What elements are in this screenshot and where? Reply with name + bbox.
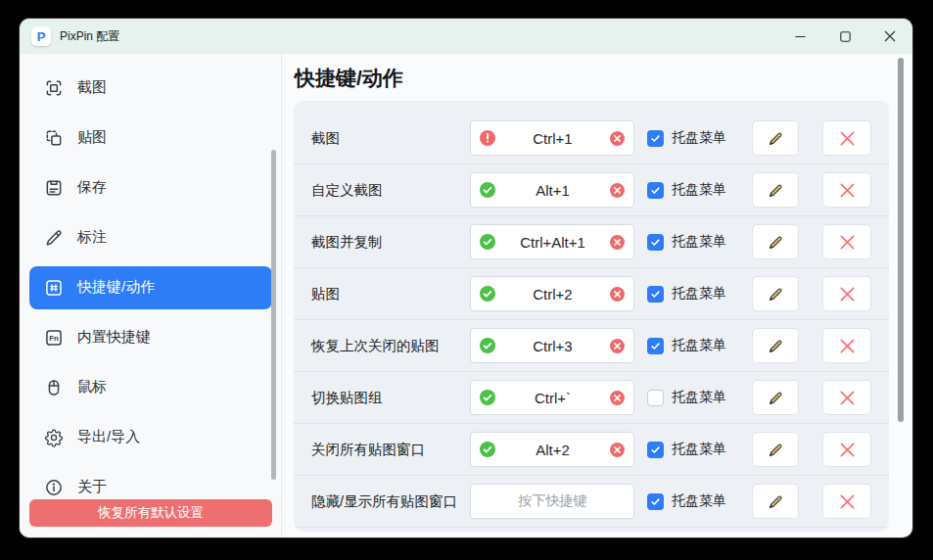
about-icon — [44, 478, 64, 497]
hotkey-value: Alt+1 — [495, 182, 610, 199]
clear-hotkey-icon[interactable] — [610, 391, 625, 405]
hotkey-input[interactable]: Alt+1 — [470, 172, 634, 208]
sidebar-scrollbar[interactable] — [271, 150, 276, 480]
delete-hotkey-button[interactable] — [822, 380, 871, 415]
clear-hotkey-icon[interactable] — [610, 235, 625, 250]
hotkey-input[interactable]: Ctrl+Alt+1 — [470, 224, 634, 259]
delete-hotkey-button[interactable] — [822, 432, 871, 467]
save-icon — [44, 178, 64, 198]
pixpin-logo-icon: P — [31, 26, 51, 46]
tray-menu-label: 托盘菜单 — [672, 129, 726, 147]
tray-menu-checkbox[interactable] — [647, 130, 664, 147]
clear-hotkey-icon[interactable] — [610, 443, 625, 457]
tray-menu-checkbox[interactable] — [647, 182, 664, 199]
minimize-button[interactable] — [777, 19, 822, 54]
delete-x-icon — [839, 390, 856, 406]
pencil-icon — [768, 390, 784, 406]
tray-menu-label: 托盘菜单 — [672, 492, 726, 510]
close-button[interactable] — [867, 19, 912, 54]
maximize-icon — [840, 31, 851, 42]
edit-hotkey-button[interactable] — [752, 172, 799, 208]
maximize-button[interactable] — [822, 19, 867, 54]
tray-menu-checkbox[interactable] — [647, 390, 664, 406]
delete-x-icon — [839, 493, 856, 510]
hotkey-row: 截图 Ctrl+1 托盘菜单 — [294, 113, 889, 164]
delete-x-icon — [839, 234, 856, 251]
mouse-icon — [44, 378, 64, 397]
status-ok-icon — [480, 338, 495, 353]
edit-hotkey-button[interactable] — [752, 328, 799, 363]
hotkey-value: Ctrl+1 — [495, 130, 610, 147]
hotkey-row: 恢复上次关闭的贴图 Ctrl+3 托盘菜单 — [294, 320, 889, 372]
hotkey-action-label: 关闭所有贴图窗口 — [311, 441, 470, 459]
annotate-icon — [44, 228, 64, 248]
hotkey-input[interactable]: Ctrl+1 — [470, 120, 634, 156]
desktop: { "window": { "title": "PixPin 配置", "app… — [0, 0, 933, 560]
hotkey-row: 贴图 Ctrl+2 托盘菜单 — [294, 268, 889, 320]
content-scrollbar[interactable] — [898, 58, 904, 422]
window-controls — [777, 19, 912, 54]
hotkey-action-label: 隐藏/显示所有贴图窗口 — [311, 492, 470, 511]
sidebar-item-label: 关于 — [77, 478, 107, 496]
hotkeys-panel: 截图 Ctrl+1 托盘菜单 自定义截图 Alt+1 托盘菜单 截图并复制 Ct… — [294, 101, 889, 532]
delete-hotkey-button[interactable] — [822, 172, 871, 208]
tray-menu-label: 托盘菜单 — [672, 181, 726, 199]
clear-hotkey-icon[interactable] — [610, 183, 625, 198]
status-ok-icon — [480, 390, 495, 405]
tray-menu-checkbox[interactable] — [647, 234, 664, 251]
hotkey-value: Ctrl+` — [495, 390, 610, 406]
hotkey-action-label: 截图 — [311, 129, 470, 148]
hotkey-input[interactable]: Ctrl+2 — [470, 276, 634, 311]
tray-menu-checkbox[interactable] — [647, 286, 664, 303]
pencil-icon — [768, 182, 784, 199]
edit-hotkey-button[interactable] — [752, 224, 799, 259]
edit-hotkey-button[interactable] — [752, 484, 799, 519]
sidebar-item[interactable]: 鼠标 — [20, 362, 281, 412]
sidebar-item[interactable]: 贴图 — [20, 113, 281, 163]
tray-menu-label: 托盘菜单 — [672, 337, 726, 354]
hotkey-input[interactable]: Ctrl+3 — [470, 328, 634, 363]
hotkey-row: 切换贴图组 Ctrl+` 托盘菜单 — [294, 372, 889, 424]
sidebar-item-label: 内置快捷键 — [77, 328, 151, 347]
hotkey-value: Ctrl+Alt+1 — [495, 234, 610, 251]
clear-hotkey-icon[interactable] — [610, 131, 625, 146]
pencil-icon — [768, 338, 784, 354]
sidebar-item[interactable]: 快捷键/动作 — [29, 266, 272, 309]
edit-hotkey-button[interactable] — [752, 380, 799, 415]
delete-hotkey-button[interactable] — [822, 224, 871, 259]
sidebar-item[interactable]: 标注 — [20, 212, 281, 262]
hotkey-action-label: 截图并复制 — [311, 233, 470, 252]
hotkey-input[interactable]: 按下快捷键 — [470, 484, 634, 519]
tray-menu-checkbox[interactable] — [647, 442, 664, 458]
edit-hotkey-button[interactable] — [752, 276, 799, 311]
tray-menu-label: 托盘菜单 — [672, 389, 726, 406]
export-import-icon — [44, 428, 64, 447]
delete-x-icon — [839, 338, 856, 354]
hotkey-value: Alt+2 — [495, 442, 610, 458]
sidebar-item-label: 鼠标 — [77, 378, 107, 397]
delete-hotkey-button[interactable] — [822, 276, 871, 311]
hotkey-input[interactable]: Alt+2 — [470, 432, 634, 467]
tray-menu-checkbox[interactable] — [647, 338, 664, 354]
hotkey-input[interactable]: Ctrl+` — [470, 380, 634, 415]
reset-defaults-button[interactable]: 恢复所有默认设置 — [29, 499, 272, 527]
delete-hotkey-button[interactable] — [822, 328, 871, 363]
pencil-icon — [768, 493, 784, 510]
sidebar-item[interactable]: 保存 — [20, 163, 281, 212]
clear-hotkey-icon[interactable] — [610, 339, 625, 353]
sidebar-item[interactable]: 导出/导入 — [20, 412, 281, 462]
sidebar-item[interactable]: 截图 — [20, 63, 281, 113]
clear-hotkey-icon[interactable] — [610, 287, 625, 302]
tray-menu-checkbox[interactable] — [647, 493, 664, 510]
sidebar-item[interactable]: Fn 内置快捷键 — [20, 312, 281, 362]
delete-hotkey-button[interactable] — [822, 484, 871, 519]
sidebar-item-label: 截图 — [77, 78, 107, 97]
builtin-hotkeys-icon: Fn — [44, 328, 64, 348]
delete-x-icon — [839, 182, 856, 199]
hotkey-row: 隐藏/显示所有贴图窗口 按下快捷键 托盘菜单 — [294, 476, 889, 528]
hotkey-value: Ctrl+3 — [495, 338, 610, 354]
delete-hotkey-button[interactable] — [822, 120, 871, 156]
edit-hotkey-button[interactable] — [752, 120, 799, 156]
edit-hotkey-button[interactable] — [752, 432, 799, 467]
pencil-icon — [768, 286, 784, 303]
